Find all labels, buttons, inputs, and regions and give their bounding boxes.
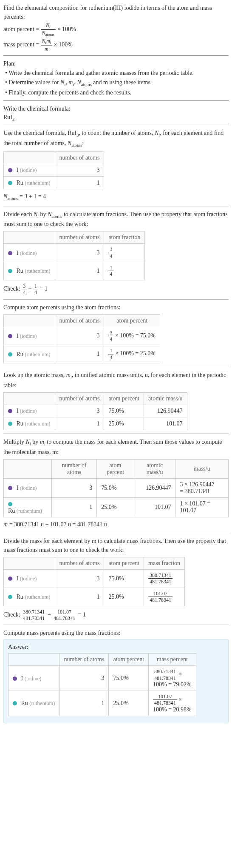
- step2-intro: Use the chemical formula, RuI3, to count…: [3, 128, 229, 148]
- step5-table: number of atoms atom percent atomic mass…: [3, 392, 187, 431]
- divider: [3, 206, 229, 206]
- table-row: Ru (ruthenium) 1 25.0% 101.07481.78341: [4, 588, 185, 606]
- col-atoms: number of atoms: [55, 151, 104, 164]
- times100-1: × 100%: [57, 26, 76, 32]
- mass-percent-formula: mass percent = Nimi m × 100%: [3, 38, 229, 52]
- divider: [3, 625, 229, 625]
- table-header-row: number of atoms atom percent atomic mass…: [4, 392, 187, 405]
- step7-table: number of atoms atom percent mass fracti…: [3, 557, 185, 606]
- plan-section: Plan: • Write the chemical formula and g…: [3, 59, 229, 97]
- step4-section: Compute atom percents using the atom fra…: [3, 303, 229, 364]
- divider: [3, 434, 229, 434]
- dot-icon: [8, 352, 12, 357]
- step8-intro: Compute mass percents using the mass fra…: [3, 628, 229, 637]
- table-header-row: number of atoms atom fraction: [4, 231, 145, 244]
- step8-section: Compute mass percents using the mass fra…: [3, 628, 229, 637]
- dot-icon: [8, 577, 12, 581]
- atom-pct-frac: Ni Natoms: [41, 22, 56, 37]
- table-header-row: number of atoms atom percent atomic mass…: [4, 459, 229, 478]
- table-row: I (iodine) 3 34: [4, 244, 145, 262]
- plan-label: Plan:: [3, 59, 229, 68]
- dot-icon: [8, 334, 12, 338]
- step4-intro: Compute atom percents using the atom fra…: [3, 303, 229, 312]
- table-row: Ru (ruthenium) 1: [4, 177, 104, 189]
- element-cell: Ru (ruthenium): [4, 177, 55, 189]
- element-cell: I (iodine): [4, 164, 55, 177]
- table-header-row: number of atoms atom percent mass fracti…: [4, 557, 185, 569]
- answer-label: Answer:: [8, 644, 224, 651]
- intro-text: Find the elemental composition for ruthe…: [3, 3, 229, 21]
- table-row: Ru (ruthenium) 1 14 × 100% = 25.0%: [4, 345, 160, 363]
- step3-section: Divide each Ni by Natoms to calculate at…: [3, 210, 229, 296]
- table-row: I (iodine) 3 75.0% 126.90447: [4, 405, 187, 417]
- dot-icon: [8, 422, 12, 426]
- table-row: I (iodine) 3 75.0% 380.71341481.78341: [4, 569, 185, 588]
- dot-icon: [8, 595, 12, 599]
- plan-bullets: • Write the chemical formula and gather …: [5, 69, 229, 97]
- step7-section: Divide the mass for each element by m to…: [3, 537, 229, 621]
- dot-icon: [8, 409, 12, 413]
- dot-icon: [8, 168, 12, 172]
- natoms-sum: Natoms = 3 + 1 = 4: [3, 192, 229, 203]
- table-row: Ru (ruthenium) 1 25.0% 101.07 1 × 101.07…: [4, 497, 229, 517]
- divider: [3, 299, 229, 300]
- divider: [3, 100, 229, 101]
- dot-icon: [8, 181, 12, 185]
- atoms-cell: 1: [55, 177, 104, 189]
- table-row: Ru (ruthenium) 1 25.0% 101.07481.78341 ×…: [8, 691, 196, 716]
- table-row: I (iodine) 3 75.0% 126.90447 3 × 126.904…: [4, 478, 229, 497]
- step3-table: number of atoms atom fraction I (iodine)…: [3, 231, 145, 280]
- step1-section: Write the chemical formula: RuI3: [3, 104, 229, 122]
- table-row: I (iodine) 3 75.0% 380.71341481.78341 × …: [8, 666, 196, 691]
- dot-icon: [13, 677, 17, 681]
- table-header-row: number of atoms atom percent: [4, 314, 160, 327]
- divider: [3, 55, 229, 56]
- dot-icon: [8, 486, 12, 490]
- step6-table: number of atoms atom percent atomic mass…: [3, 459, 229, 517]
- step7-intro: Divide the mass for each element by m to…: [3, 537, 229, 554]
- times100-2: × 100%: [54, 41, 73, 48]
- atom-pct-lhs: atom percent =: [3, 26, 39, 32]
- divider: [3, 533, 229, 533]
- step3-intro: Divide each Ni by Natoms to calculate at…: [3, 210, 229, 229]
- step5-intro: Look up the atomic mass, mi, in unified …: [3, 371, 229, 390]
- dot-icon: [13, 701, 17, 705]
- step1-label: Write the chemical formula:: [3, 104, 229, 113]
- mass-sum: m = 380.71341 u + 101.07 u = 481.78341 u: [3, 520, 229, 529]
- dot-icon: [8, 251, 12, 255]
- divider: [3, 125, 229, 125]
- divider: [3, 367, 229, 367]
- mass-pct-lhs: mass percent =: [3, 41, 39, 48]
- table-row: Ru (ruthenium) 1 14: [4, 262, 145, 280]
- step5-section: Look up the atomic mass, mi, in unified …: [3, 371, 229, 430]
- step6-intro: Multiply Ni by mi to compute the mass fo…: [3, 437, 229, 457]
- col-blank: [4, 151, 55, 164]
- table-row: I (iodine) 3: [4, 164, 104, 177]
- step4-table: number of atoms atom percent I (iodine) …: [3, 314, 160, 364]
- step2-table: number of atoms I (iodine) 3 Ru (rutheni…: [3, 151, 104, 190]
- atom-percent-formula: atom percent = Ni Natoms × 100%: [3, 22, 229, 37]
- intro-section: Find the elemental composition for ruthe…: [3, 3, 229, 52]
- dot-icon: [8, 269, 12, 273]
- table-row: I (iodine) 3 34 × 100% = 75.0%: [4, 327, 160, 345]
- step7-check: Check: 380.71341481.78341 + 101.07481.78…: [3, 609, 229, 622]
- table-header-row: number of atoms atom percent mass percen…: [8, 654, 196, 666]
- table-row: Ru (ruthenium) 1 25.0% 101.07: [4, 417, 187, 430]
- step2-section: Use the chemical formula, RuI3, to count…: [3, 128, 229, 202]
- dot-icon: [8, 502, 12, 506]
- answer-box: Answer: number of atoms atom percent mas…: [3, 639, 229, 723]
- table-header-row: number of atoms: [4, 151, 104, 164]
- answer-table: number of atoms atom percent mass percen…: [8, 653, 196, 716]
- plan-b2: • Determine values for Ni, mi, Natoms an…: [5, 78, 229, 88]
- step6-section: Multiply Ni by mi to compute the mass fo…: [3, 437, 229, 529]
- chemical-formula: RuI3: [3, 114, 229, 122]
- atoms-cell: 3: [55, 164, 104, 177]
- mass-pct-frac: Nimi m: [41, 38, 53, 52]
- plan-b3: • Finally, compute the percents and chec…: [5, 89, 229, 97]
- plan-b1: • Write the chemical formula and gather …: [5, 69, 229, 77]
- step3-check: Check: 34 + 14 = 1: [3, 283, 229, 296]
